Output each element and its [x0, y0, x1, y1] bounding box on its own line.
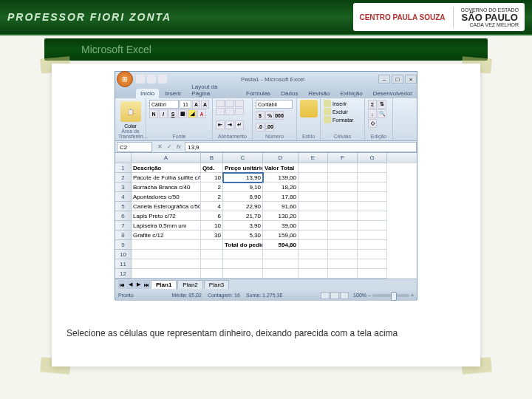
cell[interactable] [328, 163, 358, 173]
cell[interactable] [299, 211, 328, 221]
cell[interactable]: Total do pedido [223, 240, 263, 250]
sheet-tab-plan3[interactable]: Plan3 [204, 280, 229, 289]
cell[interactable] [358, 250, 387, 259]
col-header-C[interactable]: C [223, 153, 263, 163]
fill-button[interactable]: ↓ [368, 109, 377, 118]
border-button[interactable]: ▦ [178, 109, 187, 118]
row-header[interactable]: 12 [115, 269, 132, 279]
shrink-font-button[interactable]: A [201, 100, 209, 109]
align-top-left[interactable] [216, 100, 225, 107]
cell[interactable] [299, 231, 328, 240]
cell[interactable]: Caneta Esferográfica c/50 [132, 202, 201, 211]
col-header-B[interactable]: B [201, 153, 223, 163]
name-box[interactable]: C2 [117, 142, 152, 152]
sheet-nav-prev[interactable]: ◀ [126, 280, 134, 289]
sheet-tab-plan1[interactable]: Plan1 [151, 280, 177, 289]
cell[interactable] [263, 250, 299, 259]
cell[interactable]: Pacote de Folha sulfite c/500 [132, 173, 201, 183]
formula-input[interactable]: 13,9 [185, 142, 417, 152]
cell[interactable] [299, 250, 328, 259]
qat-undo-icon[interactable] [147, 75, 156, 83]
col-header-A[interactable]: A [132, 153, 201, 163]
tab-dados[interactable]: Dados [276, 89, 302, 98]
cell[interactable] [358, 163, 387, 173]
font-size-dropdown[interactable]: 11 [180, 100, 191, 109]
paste-icon[interactable]: 📋 [120, 101, 141, 122]
zoom-out-button[interactable]: – [368, 293, 371, 298]
fill-color-button[interactable]: ◢ [188, 109, 197, 118]
grow-font-button[interactable]: A [192, 100, 200, 109]
cell[interactable] [299, 269, 328, 279]
cancel-formula-button[interactable]: ✕ [155, 143, 164, 151]
row-header[interactable]: 7 [115, 221, 132, 231]
cell[interactable]: 21,70 [223, 211, 263, 221]
row-header[interactable]: 2 [115, 173, 132, 183]
cell[interactable] [299, 202, 328, 211]
cell[interactable]: 4 [201, 202, 223, 211]
currency-button[interactable]: $ [256, 111, 265, 120]
maximize-button[interactable]: □ [392, 75, 403, 83]
cell[interactable]: 9,10 [223, 183, 263, 192]
cell[interactable] [328, 192, 358, 202]
cell[interactable] [263, 259, 299, 269]
bold-button[interactable]: N [149, 109, 158, 118]
cell[interactable] [132, 250, 201, 259]
zoom-in-button[interactable]: + [411, 293, 414, 298]
sheet-tab-plan2[interactable]: Plan2 [177, 280, 202, 289]
cell[interactable] [328, 259, 358, 269]
minimize-button[interactable]: – [378, 75, 390, 83]
tab-inserir[interactable]: Inserir [160, 89, 185, 98]
italic-button[interactable]: I [159, 109, 168, 118]
cell[interactable]: 13,90 [223, 173, 263, 183]
decrease-decimal-button[interactable]: .00 [265, 123, 274, 132]
tab-layout[interactable]: Layout da Página [187, 82, 240, 98]
cell[interactable] [358, 183, 387, 192]
cell[interactable]: 5,30 [223, 231, 263, 240]
cell[interactable] [223, 269, 263, 279]
align-top-center[interactable] [225, 100, 234, 107]
cell[interactable]: 3,90 [223, 221, 263, 231]
cell[interactable] [328, 269, 358, 279]
cell[interactable]: Preço unitário [223, 163, 263, 173]
cell[interactable] [358, 202, 387, 211]
align-mid-right[interactable] [235, 108, 244, 115]
view-normal-button[interactable] [321, 292, 330, 299]
delete-cells-button[interactable]: Excluir [324, 108, 361, 115]
cell[interactable] [358, 173, 387, 183]
row-header[interactable]: 9 [115, 240, 132, 250]
font-color-button[interactable]: A [197, 109, 206, 118]
cell[interactable] [328, 211, 358, 221]
sheet-nav-next[interactable]: ▶ [134, 280, 142, 289]
autosum-button[interactable]: Σ [368, 100, 377, 109]
zoom-slider[interactable] [372, 294, 409, 297]
row-header[interactable]: 5 [115, 202, 132, 211]
cell[interactable] [358, 240, 387, 250]
cell[interactable] [132, 269, 201, 279]
view-page-layout-button[interactable] [330, 292, 339, 299]
cell[interactable]: 6 [201, 211, 223, 221]
cell[interactable] [132, 240, 201, 250]
cell[interactable] [358, 221, 387, 231]
qat-redo-icon[interactable] [158, 75, 167, 83]
find-button[interactable]: 🔍 [378, 109, 386, 118]
cell[interactable]: Valor Total [263, 163, 299, 173]
cell[interactable]: Lapiseira 0,5mm um [132, 221, 201, 231]
select-all-corner[interactable] [115, 153, 132, 163]
percent-button[interactable]: % [265, 111, 274, 120]
sheet-nav-last[interactable]: ⏭ [143, 280, 150, 289]
increase-decimal-button[interactable]: .0 [256, 123, 265, 132]
cell[interactable] [328, 250, 358, 259]
cell[interactable]: Descrição [132, 163, 201, 173]
cell[interactable] [299, 259, 328, 269]
format-cells-button[interactable]: Formatar [324, 116, 361, 123]
cell[interactable] [223, 259, 263, 269]
enter-formula-button[interactable]: ✓ [165, 143, 174, 151]
cell[interactable]: Borracha Branca c/40 [132, 183, 201, 192]
tab-formulas[interactable]: Fórmulas [242, 89, 275, 98]
row-header[interactable]: 4 [115, 192, 132, 202]
cell[interactable] [328, 221, 358, 231]
cell[interactable]: 18,20 [263, 183, 299, 192]
cell[interactable] [201, 250, 223, 259]
cell[interactable]: 10 [201, 221, 223, 231]
col-header-D[interactable]: D [263, 153, 299, 163]
